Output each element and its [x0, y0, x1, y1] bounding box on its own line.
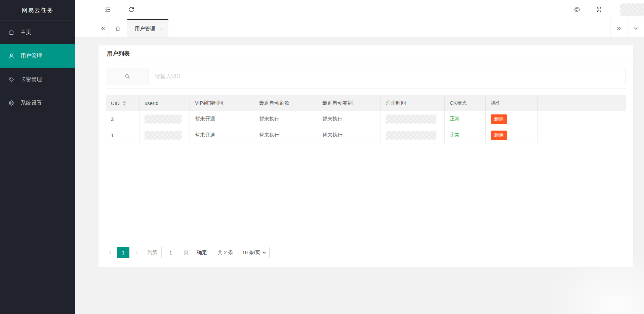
tag-icon — [8, 76, 15, 83]
total-count-label: 共 2 条 — [217, 249, 233, 256]
user-list-card: 用户列表 UID — [98, 45, 633, 267]
sidebar-item-settings[interactable]: 系统设置 — [0, 91, 75, 115]
pagination: 1 到第 页 确定 共 2 条 10 条/页 — [106, 247, 626, 258]
close-icon[interactable]: × — [160, 26, 163, 31]
redacted-register-time — [386, 115, 436, 124]
column-header-filler — [538, 95, 626, 111]
chevron-down-icon — [262, 250, 267, 255]
confirm-button[interactable]: 确定 — [192, 247, 212, 258]
app-window: 网易云任务 主页 用户管理 卡密管理 系统设置 — [0, 0, 644, 314]
cell-ck-status: 正常 — [445, 127, 486, 143]
content-area: 用户列表 UID — [75, 38, 644, 314]
user-icon — [8, 53, 15, 59]
chevron-down-icon[interactable] — [627, 19, 644, 37]
cell-register-time-redacted — [381, 127, 445, 143]
cell-last-auto-play: 暂未执行 — [254, 111, 317, 127]
cell-vip-expire: 暂未开通 — [190, 111, 254, 127]
page-number-button[interactable]: 1 — [117, 247, 129, 258]
page-size-value: 10 条/页 — [242, 249, 260, 256]
table-header-row: UID userId VIP到期时间 最近自动刷歌 最近自动签到 注册时间 CK… — [106, 95, 626, 111]
page-unit-label: 页 — [184, 249, 189, 256]
cell-userid-redacted — [139, 111, 190, 127]
column-header-ck-status: CK状态 — [445, 95, 486, 111]
cell-last-auto-play: 暂未执行 — [254, 127, 317, 143]
double-chevron-left-icon[interactable] — [98, 19, 109, 37]
form-divider — [106, 88, 626, 89]
top-header-bar — [75, 0, 644, 19]
cell-uid: 2 — [106, 111, 139, 127]
cell-userid-redacted — [139, 127, 190, 143]
sidebar-item-label: 卡密管理 — [21, 76, 42, 83]
main-area: 用户管理 × 用户列表 — [75, 0, 644, 314]
card-body: UID userId VIP到期时间 最近自动刷歌 最近自动签到 注册时间 CK… — [98, 62, 633, 267]
sidebar-item-home[interactable]: 主页 — [0, 21, 75, 44]
cell-vip-expire: 暂未开通 — [190, 127, 254, 143]
topbar-right-tools — [571, 3, 644, 16]
double-chevron-right-icon[interactable] — [610, 19, 627, 37]
card-title: 用户列表 — [98, 45, 633, 62]
cell-register-time-redacted — [381, 111, 445, 127]
sidebar-item-label: 主页 — [21, 29, 31, 36]
refresh-icon[interactable] — [126, 4, 136, 15]
tab-user-management[interactable]: 用户管理 × — [127, 19, 168, 37]
sidebar-item-cards[interactable]: 卡密管理 — [0, 68, 75, 91]
column-header-last-auto-play: 最近自动刷歌 — [254, 95, 317, 111]
redacted-userid — [145, 115, 182, 124]
menu-fold-icon[interactable] — [102, 4, 113, 15]
tabbar-right-tools — [610, 19, 644, 37]
cell-uid: 1 — [106, 127, 139, 143]
sort-icon[interactable] — [123, 101, 126, 106]
goto-page-input[interactable] — [161, 247, 180, 258]
tab-bar: 用户管理 × — [75, 19, 644, 38]
palette-icon[interactable] — [571, 4, 582, 15]
redacted-register-time — [386, 131, 436, 140]
fullscreen-icon[interactable] — [594, 4, 604, 15]
gear-icon — [8, 100, 15, 106]
delete-button[interactable]: 删除 — [491, 131, 507, 140]
cell-last-auto-sign: 暂未执行 — [317, 127, 381, 143]
tab-home-button[interactable] — [109, 19, 127, 37]
sidebar-item-label: 系统设置 — [21, 100, 42, 107]
cell-actions: 删除 — [486, 111, 538, 127]
app-title: 网易云任务 — [0, 0, 75, 21]
chevron-left-icon[interactable] — [106, 247, 115, 258]
cell-ck-status: 正常 — [445, 111, 486, 127]
cell-actions: 删除 — [486, 127, 538, 143]
column-header-vip-expire: VIP到期时间 — [190, 95, 254, 111]
home-icon — [8, 29, 15, 36]
tab-label: 用户管理 — [135, 26, 155, 32]
goto-label: 到第 — [147, 249, 157, 256]
chevron-right-icon[interactable] — [132, 247, 140, 258]
cell-last-auto-sign: 暂未执行 — [317, 111, 381, 127]
user-avatar[interactable] — [620, 3, 644, 16]
redacted-userid — [145, 131, 182, 140]
uid-search-group — [106, 68, 626, 85]
column-header-actions: 操作 — [486, 95, 538, 111]
column-header-last-auto-sign: 最近自动签到 — [317, 95, 381, 111]
search-icon — [106, 68, 149, 85]
sidebar: 网易云任务 主页 用户管理 卡密管理 系统设置 — [0, 0, 75, 314]
column-header-uid[interactable]: UID — [106, 95, 139, 111]
table-row: 2 暂未开通 暂未执行 暂未执行 正常 删除 — [106, 111, 626, 127]
sidebar-item-users[interactable]: 用户管理 — [0, 44, 75, 68]
delete-button[interactable]: 删除 — [491, 114, 507, 124]
page-size-select[interactable]: 10 条/页 — [239, 247, 270, 258]
table-row: 1 暂未开通 暂未执行 暂未执行 正常 删除 — [106, 127, 626, 143]
column-header-userid: userId — [139, 95, 190, 111]
uid-search-input[interactable] — [149, 68, 626, 85]
sidebar-item-label: 用户管理 — [21, 53, 42, 60]
user-table: UID userId VIP到期时间 最近自动刷歌 最近自动签到 注册时间 CK… — [106, 95, 626, 143]
column-header-register-time: 注册时间 — [381, 95, 445, 111]
